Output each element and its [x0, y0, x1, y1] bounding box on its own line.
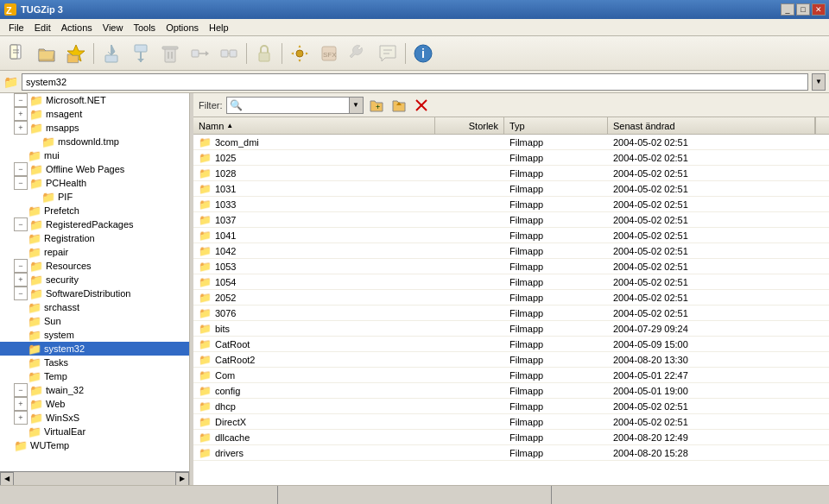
menu-file[interactable]: File [3, 21, 29, 35]
tree-expand-icon[interactable]: − [14, 93, 28, 107]
move-button[interactable] [186, 40, 213, 67]
tree-item[interactable]: 📁msdownld.tmp [0, 135, 189, 148]
new-button[interactable] [3, 40, 31, 67]
settings-button[interactable] [286, 40, 313, 67]
file-row[interactable]: 📁 Com Filmapp 2004-05-01 22:47 [193, 368, 829, 383]
filter-new-folder-button[interactable]: + [367, 96, 386, 115]
tree-scroll[interactable]: −📁Microsoft.NET+📁msagent+📁msapps📁msdownl… [0, 93, 189, 471]
file-row[interactable]: 📁 3com_dmi Filmapp 2004-05-02 02:51 [193, 135, 829, 150]
close-button[interactable]: ✕ [812, 3, 826, 16]
hscroll-right[interactable]: ▶ [175, 472, 189, 486]
tree-item[interactable]: 📁Temp [0, 369, 189, 383]
tree-item[interactable]: −📁RegisteredPackages [0, 217, 189, 231]
tree-item[interactable]: 📁system [0, 328, 189, 342]
minimize-button[interactable]: _ [781, 3, 794, 16]
file-row[interactable]: 📁 3076 Filmapp 2004-05-02 02:51 [193, 306, 829, 321]
col-header-size[interactable]: Storlek [435, 117, 504, 134]
tree-expand-icon[interactable]: − [14, 287, 28, 300]
tree-item[interactable]: 📁Registration [0, 231, 189, 245]
file-row[interactable]: 📁 1042 Filmapp 2004-05-02 02:51 [193, 243, 829, 259]
file-row[interactable]: 📁 config Filmapp 2004-05-01 19:00 [193, 383, 829, 399]
filter-clear-button[interactable] [412, 96, 431, 115]
filter-dropdown[interactable]: ▼ [349, 98, 363, 113]
maximize-button[interactable]: □ [796, 3, 810, 16]
file-type: Filmapp [504, 184, 608, 194]
tree-item[interactable]: 📁system32 [0, 342, 189, 356]
tree-expand-icon[interactable]: − [14, 217, 28, 231]
file-row[interactable]: 📁 drivers Filmapp 2004-08-20 15:28 [193, 445, 829, 461]
tree-expand-icon[interactable]: − [14, 383, 28, 397]
tree-expand-icon[interactable]: − [14, 176, 28, 190]
tree-item[interactable]: 📁srchasst [0, 300, 189, 314]
tree-expand-icon[interactable]: − [14, 162, 28, 176]
menu-view[interactable]: View [98, 21, 129, 35]
col-header-date[interactable]: Senast ändrad [608, 117, 815, 134]
tree-item[interactable]: +📁WinSxS [0, 411, 189, 425]
tree-item[interactable]: −📁PCHealth [0, 176, 189, 190]
filter-up-button[interactable] [389, 96, 408, 115]
menu-options[interactable]: Options [161, 21, 204, 35]
tree-item[interactable]: 📁PIF [0, 190, 189, 204]
col-header-name[interactable]: Namn ▲ [193, 117, 435, 134]
file-row[interactable]: 📁 1041 Filmapp 2004-05-02 02:51 [193, 228, 829, 243]
tree-item[interactable]: 📁Tasks [0, 356, 189, 369]
tree-item[interactable]: 📁VirtualEar [0, 425, 189, 438]
menu-tools[interactable]: Tools [128, 21, 161, 35]
file-row[interactable]: 📁 1054 Filmapp 2004-05-02 02:51 [193, 274, 829, 290]
file-row[interactable]: 📁 2052 Filmapp 2004-05-02 02:51 [193, 290, 829, 306]
address-dropdown[interactable]: ▼ [812, 73, 826, 91]
file-scroll[interactable]: 📁 3com_dmi Filmapp 2004-05-02 02:51 📁 10… [193, 135, 829, 485]
sfx-button[interactable]: SFX [315, 40, 343, 67]
filter-input[interactable] [245, 100, 349, 110]
delete-button[interactable] [156, 40, 184, 67]
file-row[interactable]: 📁 CatRoot2 Filmapp 2004-08-20 13:30 [193, 352, 829, 368]
tree-item[interactable]: 📁WUTemp [0, 438, 189, 452]
info-button[interactable]: i [409, 40, 437, 67]
menu-actions[interactable]: Actions [56, 21, 98, 35]
address-input[interactable] [22, 73, 808, 91]
tree-item[interactable]: 📁Sun [0, 314, 189, 328]
encrypt-button[interactable] [250, 40, 278, 67]
tree-item[interactable]: +📁msapps [0, 121, 189, 135]
tree-expand-icon[interactable]: + [14, 121, 28, 135]
tree-item[interactable]: −📁twain_32 [0, 383, 189, 397]
tree-item[interactable]: −📁Microsoft.NET [0, 93, 189, 107]
col-header-type[interactable]: Typ [504, 117, 608, 134]
file-row[interactable]: 📁 1028 Filmapp 2004-05-02 02:51 [193, 166, 829, 181]
file-row[interactable]: 📁 1033 Filmapp 2004-05-02 02:51 [193, 197, 829, 212]
file-row[interactable]: 📁 1031 Filmapp 2004-05-02 02:51 [193, 181, 829, 197]
menu-help[interactable]: Help [204, 21, 234, 35]
open-button[interactable] [33, 40, 60, 67]
file-row[interactable]: 📁 1025 Filmapp 2004-05-02 02:51 [193, 150, 829, 166]
file-row[interactable]: 📁 CatRoot Filmapp 2004-05-09 15:00 [193, 337, 829, 352]
file-row[interactable]: 📁 dllcache Filmapp 2004-08-20 12:49 [193, 430, 829, 445]
file-row[interactable]: 📁 1053 Filmapp 2004-05-02 02:51 [193, 259, 829, 274]
tree-item[interactable]: 📁repair [0, 245, 189, 259]
tree-item[interactable]: −📁Resources [0, 259, 189, 273]
file-row[interactable]: 📁 dhcp Filmapp 2004-05-02 02:51 [193, 399, 829, 414]
add-button[interactable] [127, 40, 155, 67]
file-row[interactable]: 📁 bits Filmapp 2004-07-29 09:24 [193, 321, 829, 337]
tree-item[interactable]: +📁msagent [0, 107, 189, 121]
tree-expand-icon[interactable]: + [14, 397, 28, 411]
menu-edit[interactable]: Edit [29, 21, 56, 35]
tree-item[interactable]: 📁mui [0, 148, 189, 162]
repair-button[interactable] [345, 40, 372, 67]
tree-item[interactable]: +📁security [0, 273, 189, 287]
tree-item[interactable]: −📁Offline Web Pages [0, 162, 189, 176]
tree-item[interactable]: 📁Prefetch [0, 204, 189, 217]
tree-item-label: Temp [44, 371, 67, 381]
tree-expand-icon[interactable]: + [14, 107, 28, 121]
tree-expand-icon[interactable]: + [14, 273, 28, 287]
extract-button[interactable] [98, 40, 125, 67]
file-row[interactable]: 📁 1037 Filmapp 2004-05-02 02:51 [193, 212, 829, 228]
copy-button[interactable] [215, 40, 243, 67]
favorites-button[interactable] [62, 40, 90, 67]
tree-item[interactable]: −📁SoftwareDistribution [0, 287, 189, 300]
tree-expand-icon[interactable]: − [14, 259, 28, 273]
hscroll-left[interactable]: ◀ [0, 472, 14, 486]
tree-expand-icon[interactable]: + [14, 411, 28, 425]
tree-item[interactable]: +📁Web [0, 397, 189, 411]
comment-button[interactable] [374, 40, 402, 67]
file-row[interactable]: 📁 DirectX Filmapp 2004-05-02 02:51 [193, 414, 829, 430]
